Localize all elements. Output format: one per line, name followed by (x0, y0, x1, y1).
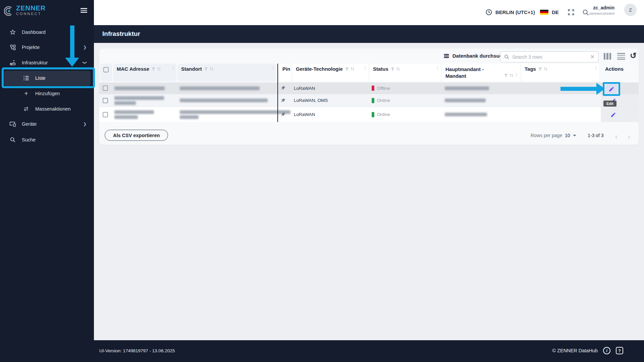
row-checkbox[interactable] (103, 112, 108, 117)
previous-page-icon[interactable]: ‹ (615, 133, 618, 140)
next-page-icon[interactable]: › (628, 133, 630, 140)
annotation-arrow-down (70, 25, 74, 58)
filter-icon (504, 73, 508, 77)
column-header-mac[interactable]: MAC Adresse ⋮ (113, 64, 176, 81)
star-icon (9, 29, 16, 35)
annotation-arrow-right (560, 87, 597, 91)
table-search-input[interactable] (512, 54, 590, 60)
sidebar-item-label: Hinzufügen (35, 91, 60, 96)
app-root: ZENNER CONNECT Dashboard Projekte ❯ Infr… (0, 0, 644, 362)
column-settings-icon[interactable] (604, 53, 611, 60)
infrastructure-table-card: Datenbank durchsuchen ✕ ↺ MAC Adresse ⋮ … (99, 49, 639, 145)
pagination-range: 1-3 of 3 (588, 133, 603, 138)
filter-icon (345, 67, 349, 71)
hauptmandant-cell (445, 107, 487, 122)
table-rows-icon (443, 53, 449, 59)
logo[interactable]: ZENNER CONNECT (0, 0, 94, 21)
sort-icon (209, 67, 214, 71)
column-menu-icon[interactable]: ⋮ (271, 67, 275, 68)
column-header-status[interactable]: Status ⋮ (370, 64, 441, 81)
info-icon[interactable]: i (603, 347, 610, 354)
row-checkbox[interactable] (103, 98, 108, 103)
standort-cell (180, 82, 260, 94)
sidebar-item-suche[interactable]: Suche (0, 132, 94, 147)
user-menu[interactable]: zc_admin zennerconnect (589, 5, 614, 15)
sidebar-item-label: Massenaktionen (35, 106, 71, 112)
column-header-actions: Actions (602, 64, 638, 81)
sort-icon (350, 67, 355, 71)
row-density-icon[interactable] (617, 53, 625, 60)
sidebar-item-label: Projekte (22, 45, 40, 50)
annotation-box-edit (603, 82, 620, 96)
filter-icon (204, 67, 208, 71)
clock-icon (485, 9, 492, 16)
sort-icon (509, 73, 514, 77)
column-menu-icon[interactable]: ⋮ (363, 67, 367, 68)
column-menu-icon[interactable]: ⋮ (594, 67, 598, 68)
select-all-checkbox[interactable] (103, 67, 109, 72)
sidebar-item-geraete[interactable]: Geräte ❯ (0, 117, 94, 131)
plus-icon: + (23, 90, 30, 98)
global-search-icon[interactable] (582, 9, 589, 16)
column-header-technologie[interactable]: Geräte-Technologie ⋮ (292, 64, 368, 81)
mac-cell (114, 94, 164, 107)
column-header-standort[interactable]: Standort ⋮ (178, 64, 276, 81)
zenner-logo-icon (4, 6, 14, 16)
status-chip (372, 85, 374, 91)
filter-icon (151, 67, 156, 71)
column-header-tags[interactable]: Tags ⋮ (521, 64, 599, 81)
filter-icon (538, 67, 542, 71)
sidebar: ZENNER CONNECT Dashboard Projekte ❯ Infr… (0, 0, 94, 362)
logo-subtitle: CONNECT (16, 11, 46, 16)
table-row[interactable]: LoRaWAN Online (99, 107, 639, 122)
page-header: Infrastruktur (94, 25, 644, 43)
sidebar-item-massenaktionen[interactable]: Massenaktionen (0, 102, 94, 116)
edit-button[interactable] (608, 110, 618, 119)
filter-icon (390, 67, 395, 71)
table-row[interactable]: LoRaWAN Offline (99, 82, 639, 94)
help-icon[interactable]: ? (616, 347, 623, 354)
chevron-right-icon: ❯ (83, 122, 87, 126)
column-menu-icon[interactable]: ⋮ (515, 74, 519, 75)
header-select-all (100, 64, 112, 81)
column-menu-icon[interactable]: ⋮ (435, 67, 440, 68)
search-icon (9, 137, 16, 143)
status-cell: Offline (372, 82, 390, 94)
caret-down-icon (573, 135, 576, 136)
rows-per-page-label: Rows per page (531, 133, 562, 138)
pushpin-icon (280, 85, 286, 91)
menu-toggle-icon[interactable] (80, 8, 87, 13)
language-label: DE (552, 9, 559, 15)
column-header-pin: Pin (279, 64, 291, 81)
rows-per-page-select[interactable]: 10 (565, 133, 576, 138)
app-footer: UI-Version: 1749819797 - 13.06.2025 © ZE… (94, 340, 644, 362)
pin-cell (280, 107, 286, 122)
avatar[interactable]: Z (624, 4, 637, 16)
pinned-column-divider (277, 64, 278, 122)
fullscreen-icon[interactable] (568, 9, 575, 16)
column-menu-icon[interactable]: ⋮ (171, 67, 175, 68)
table-row[interactable]: LoRaWAN, OMS Online (99, 94, 639, 107)
language-selector[interactable]: DE (540, 9, 559, 15)
projects-icon (9, 44, 16, 51)
row-checkbox[interactable] (103, 85, 108, 91)
sidebar-item-dashboard[interactable]: Dashboard (0, 25, 94, 40)
sidebar-item-label: Geräte (22, 121, 37, 127)
table-search: ✕ (500, 51, 598, 62)
sidebar-item-label: Suche (22, 137, 36, 142)
hauptmandant-cell (445, 82, 489, 94)
swap-arrows-icon (23, 106, 30, 112)
sort-icon (157, 67, 161, 71)
pencil-icon (610, 112, 616, 118)
chevron-right-icon: ❯ (83, 45, 87, 50)
sidebar-item-hinzufuegen[interactable]: + Hinzufügen (0, 86, 94, 101)
restore-history-icon[interactable]: ↺ (630, 51, 637, 60)
export-csv-button[interactable]: Als CSV exportieren (105, 130, 168, 141)
technology-cell: LoRaWAN (294, 107, 315, 122)
timezone-indicator[interactable]: BERLIN (UTC+1) (485, 9, 535, 16)
page-title: Infrastruktur (102, 30, 140, 38)
sidebar-item-projekte[interactable]: Projekte ❯ (0, 40, 94, 55)
column-header-hauptmandant[interactable]: Hauptmandant - Mandant ⋮ (442, 64, 520, 81)
pushpin-icon (280, 98, 286, 103)
clear-search-icon[interactable]: ✕ (590, 54, 595, 60)
